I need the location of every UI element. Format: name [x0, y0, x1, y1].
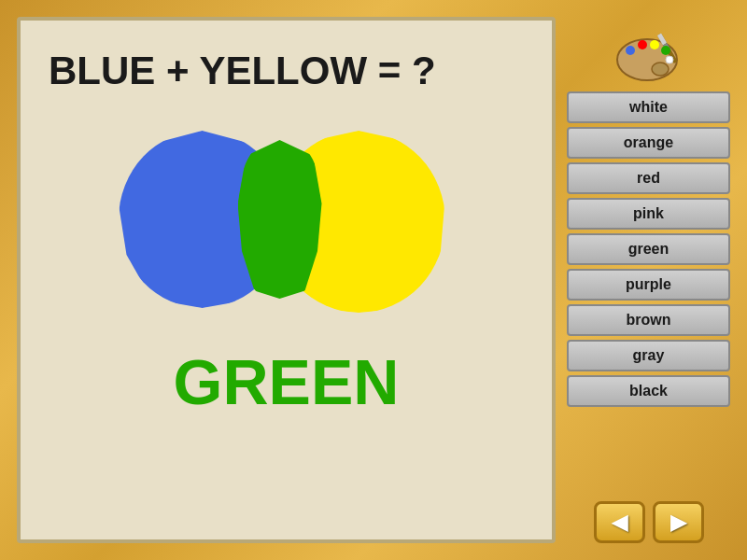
answer-text: GREEN — [174, 345, 400, 418]
color-btn-orange[interactable]: orange — [567, 127, 730, 159]
main-frame: BLUE + YELLOW = ? GREEN — [0, 0, 747, 560]
color-btn-red[interactable]: red — [567, 162, 730, 194]
svg-point-6 — [638, 40, 647, 49]
color-btn-black[interactable]: black — [567, 375, 730, 407]
equation-text: BLUE + YELLOW = ? — [49, 49, 436, 93]
svg-point-5 — [626, 46, 635, 55]
color-btn-gray[interactable]: gray — [567, 340, 730, 371]
prev-button[interactable]: ◀ — [594, 501, 645, 543]
color-btn-white[interactable]: white — [567, 91, 730, 123]
green-overlap-circle — [238, 140, 322, 299]
nav-buttons: ◀ ▶ — [567, 494, 730, 543]
board-area: BLUE + YELLOW = ? GREEN — [17, 17, 556, 543]
svg-point-1 — [652, 63, 669, 76]
circles-container — [100, 121, 473, 327]
color-btn-green[interactable]: green — [567, 233, 730, 265]
color-btn-pink[interactable]: pink — [567, 198, 730, 230]
svg-point-8 — [661, 46, 670, 55]
svg-point-9 — [666, 56, 673, 63]
color-buttons-list: whiteorangeredpinkgreenpurplebrowngraybl… — [567, 91, 730, 494]
palette-icon — [612, 24, 686, 85]
svg-point-7 — [650, 40, 659, 49]
right-panel: whiteorangeredpinkgreenpurplebrowngraybl… — [567, 17, 730, 543]
color-btn-brown[interactable]: brown — [567, 304, 730, 336]
color-btn-purple[interactable]: purple — [567, 269, 730, 301]
palette-area — [567, 17, 730, 91]
next-button[interactable]: ▶ — [653, 501, 704, 543]
